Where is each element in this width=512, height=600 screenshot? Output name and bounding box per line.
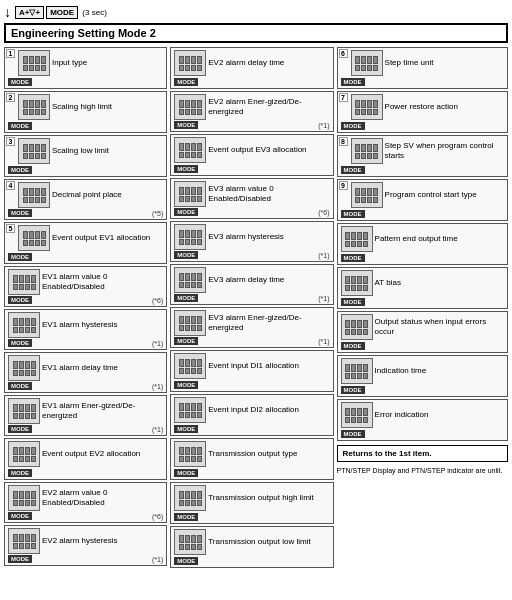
display-ev1-delay (8, 355, 40, 381)
label-di2-alloc: Event input DI2 allocation (208, 405, 329, 415)
item-input-type: 1 Input type MODE (4, 47, 167, 89)
mode-btn-ev1-alarm-en[interactable]: MODE (8, 296, 32, 304)
label-decimal-point: Decimal point place (52, 190, 163, 200)
mode-btn-error-indication[interactable]: MODE (341, 430, 365, 438)
mode-btn-ev3-alarm-en[interactable]: MODE (174, 208, 198, 216)
column-1: 1 Input type MODE 2 Scalin (4, 47, 167, 566)
display-ev1-energ (8, 398, 40, 424)
item-ev1-alarm-en: EV1 alarm value 0 Enabled/Disabled MODE … (4, 266, 167, 307)
label-trans-high: Transmission output high limit (208, 493, 329, 503)
display-at-bias (341, 270, 373, 296)
label-ev1-alloc: Event output EV1 allocation (52, 233, 163, 243)
item-step-sv: 8 Step SV when program control starts MO… (337, 135, 508, 177)
mode-btn-ev3-delay[interactable]: MODE (174, 294, 198, 302)
mode-btn-ev1-hyst[interactable]: MODE (8, 339, 32, 347)
display-ev1-hyst (8, 312, 40, 338)
mode-btn-at-bias[interactable]: MODE (341, 298, 365, 306)
item-scaling-high: 2 Scaling high limit MODE (4, 91, 167, 133)
item-pattern-end: Pattern end output time MODE (337, 223, 508, 265)
item-ev3-alarm-en: EV3 alarm value 0 Enabled/Disabled MODE … (170, 178, 333, 219)
key-combo-desc: (3 sec) (80, 8, 107, 17)
mode-btn-ev3-hyst[interactable]: MODE (174, 251, 198, 259)
display-ev2-alarm-en (8, 485, 40, 511)
item-decimal-point: 4 Decimal point place MODE (*5) (4, 179, 167, 220)
mode-btn-di2-alloc[interactable]: MODE (174, 425, 198, 433)
label-ev3-alloc: Event output EV3 allocation (208, 145, 329, 155)
display-ev3-energ (174, 310, 206, 336)
item-power-restore: 7 Power restore action MODE (337, 91, 508, 133)
label-indication-time: Indication time (375, 366, 504, 376)
mode-btn-ev2-alarm-en[interactable]: MODE (8, 512, 32, 520)
item-at-bias: AT bias MODE (337, 267, 508, 309)
label-ev1-hyst: EV1 alarm hysteresis (42, 320, 163, 330)
column-3: 6 Step time unit MODE 7 Po (337, 47, 508, 475)
label-scaling-high: Scaling high limit (52, 102, 163, 112)
mode-btn-step-sv[interactable]: MODE (341, 166, 365, 174)
key-combo-a: A+▽+ (15, 6, 44, 19)
item-prog-start-type: 9 Program control start type MODE (337, 179, 508, 221)
item-ev2-alloc: Event output EV2 allocation MODE (4, 438, 167, 480)
label-di1-alloc: Event input DI1 allocation (208, 361, 329, 371)
mode-btn-ev1-energ[interactable]: MODE (8, 425, 32, 433)
mode-btn-ev1-alloc[interactable]: MODE (8, 253, 32, 261)
label-ev2-delay: EV2 alarm delay time (208, 58, 329, 68)
item-ev2-alarm-en: EV2 alarm value 0 Enabled/Disabled MODE … (4, 482, 167, 523)
display-trans-low (174, 529, 206, 555)
mode-btn-trans-output-type[interactable]: MODE (174, 469, 198, 477)
display-ev3-delay (174, 267, 206, 293)
engineering-mode-2-page: ↓ A+▽+ MODE (3 sec) Engineering Setting … (0, 0, 512, 572)
mode-btn-di1-alloc[interactable]: MODE (174, 381, 198, 389)
label-at-bias: AT bias (375, 278, 504, 288)
mode-btn-indication-time[interactable]: MODE (341, 386, 365, 394)
display-di1-alloc (174, 353, 206, 379)
column-2: EV2 alarm delay time MODE EV2 alarm Ener… (170, 47, 333, 568)
mode-btn-ev1-delay[interactable]: MODE (8, 382, 32, 390)
mode-btn-scaling-high[interactable]: MODE (8, 122, 32, 130)
display-trans-high (174, 485, 206, 511)
label-ev3-delay: EV3 alarm delay time (208, 275, 329, 285)
mode-btn-ev2-alloc[interactable]: MODE (8, 469, 32, 477)
mode-btn-power-restore[interactable]: MODE (341, 122, 365, 130)
label-trans-low: Transmission output low limit (208, 537, 329, 547)
display-decimal-point (18, 182, 50, 208)
label-ev3-hyst: EV3 alarm hysteresis (208, 232, 329, 242)
mode-btn-pattern-end[interactable]: MODE (341, 254, 365, 262)
mode-btn-ev2-energ[interactable]: MODE (174, 121, 198, 129)
display-step-time-unit (351, 50, 383, 76)
mode-btn-ev3-alloc[interactable]: MODE (174, 165, 198, 173)
mode-btn-step-time-unit[interactable]: MODE (341, 78, 365, 86)
mode-btn-ev2-hyst[interactable]: MODE (8, 555, 32, 563)
mode-btn-prog-start-type[interactable]: MODE (341, 210, 365, 218)
item-di1-alloc: Event input DI1 allocation MODE (170, 350, 333, 392)
item-ev1-hyst: EV1 alarm hysteresis MODE (*1) (4, 309, 167, 350)
note-decimal-point: (*5) (152, 210, 163, 217)
mode-btn-trans-high[interactable]: MODE (174, 513, 198, 521)
display-scaling-high (18, 94, 50, 120)
item-indication-time: Indication time MODE (337, 355, 508, 397)
mode-btn-input-type[interactable]: MODE (8, 78, 32, 86)
mode-btn-output-status[interactable]: MODE (341, 342, 365, 350)
label-power-restore: Power restore action (385, 102, 504, 112)
label-pattern-end: Pattern end output time (375, 234, 504, 244)
display-pattern-end (341, 226, 373, 252)
mode-btn-decimal-point[interactable]: MODE (8, 209, 32, 217)
item-error-indication: Error indication MODE (337, 399, 508, 441)
mode-btn-trans-low[interactable]: MODE (174, 557, 198, 565)
item-ev3-energ: EV3 alarm Ener-gized/De-energized MODE (… (170, 307, 333, 348)
item-ev2-delay: EV2 alarm delay time MODE (170, 47, 333, 89)
mode-btn-ev3-energ[interactable]: MODE (174, 337, 198, 345)
label-ev2-alarm-en: EV2 alarm value 0 Enabled/Disabled (42, 488, 163, 507)
label-step-sv: Step SV when program control starts (385, 141, 504, 160)
display-ev1-alloc (18, 225, 50, 251)
label-scaling-low: Scaling low limit (52, 146, 163, 156)
display-ev2-alloc (8, 441, 40, 467)
returns-box: Returns to the 1st item. (337, 445, 508, 462)
mode-btn-scaling-low[interactable]: MODE (8, 166, 32, 174)
label-input-type: Input type (52, 58, 163, 68)
label-ev3-alarm-en: EV3 alarm value 0 Enabled/Disabled (208, 184, 329, 203)
item-ev3-hyst: EV3 alarm hysteresis MODE (*1) (170, 221, 333, 262)
display-output-status (341, 314, 373, 340)
item-trans-low: Transmission output low limit MODE (170, 526, 333, 568)
mode-btn-ev2-delay[interactable]: MODE (174, 78, 198, 86)
display-di2-alloc (174, 397, 206, 423)
